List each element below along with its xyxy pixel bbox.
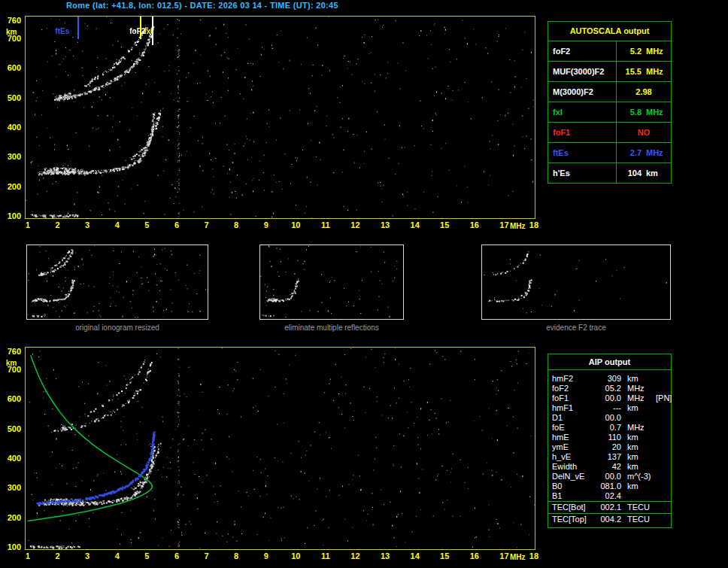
ionogram-plot-top: [25, 16, 535, 219]
aip-row-label: h_vE: [552, 452, 596, 462]
aip-row: ymE20km: [548, 442, 671, 452]
x-axis-label: 8: [229, 551, 244, 560]
aip-row-label: ymE: [552, 442, 596, 452]
aip-row-note: [PN]: [656, 393, 674, 403]
aip-row-label: Ewidth: [552, 462, 596, 472]
aip-row: hmF1---km: [548, 403, 671, 413]
aip-row-unit: MHz: [621, 393, 656, 403]
aip-row-label: DelN_vE: [552, 472, 596, 481]
y-axis-label: 600: [2, 63, 21, 72]
autoscala-row-value: 2.98: [617, 82, 671, 102]
aip-row: B102.4: [548, 491, 671, 501]
aip-row-note: [656, 502, 671, 513]
aip-row-label: TEC[Bot]: [552, 502, 596, 513]
ionogram-plot-bottom: [25, 347, 535, 550]
x-axis-label: 16: [467, 551, 482, 560]
aip-row-note: [656, 413, 671, 423]
aip-row-label: foF1: [552, 393, 596, 403]
aip-row-value: 05.2: [596, 384, 621, 393]
aip-output-table: AIP outputhmF2309kmfoF205.2MHzfoF100.0MH…: [548, 354, 672, 528]
aip-row-label: hmF2: [552, 374, 596, 384]
autoscala-row-value: NO: [617, 123, 671, 142]
page-title: Rome (lat: +41.8, lon: 012.5) - DATE: 20…: [66, 1, 338, 10]
x-axis-label: 14: [408, 551, 423, 560]
x-axis-label: 12: [347, 551, 362, 560]
autoscala-value-number: 2.7: [617, 143, 642, 163]
aip-row-label: hmF1: [552, 403, 596, 413]
thumbnail-filtered-canvas: [260, 245, 402, 317]
x-axis-label: 11: [318, 551, 333, 560]
aip-row-label: foE: [552, 423, 596, 433]
aip-row-label: hmE: [552, 433, 596, 442]
x-axis-label: 9: [259, 551, 274, 560]
y-axis-label: 200: [2, 182, 21, 191]
aip-row-value: 137: [596, 452, 621, 462]
aip-row: hmE110km: [548, 433, 671, 442]
x-axis-label: 2: [50, 551, 65, 560]
aip-row-note: [656, 481, 671, 491]
x-axis-label: 7: [199, 551, 214, 560]
autoscala-row-label: foF1: [548, 123, 617, 142]
y-axis-label: 500: [2, 424, 21, 433]
autoscala-row: M(3000)F22.98: [548, 82, 671, 102]
x-axis-label: 4: [110, 551, 125, 560]
x-axis-label: 1: [20, 551, 35, 560]
aip-row-label: TEC[Top]: [552, 514, 596, 525]
aip-row-value: 002.1: [596, 502, 621, 513]
autoscala-row-value: 2.7MHz: [617, 143, 671, 163]
autoscala-row-value: 5.8MHz: [617, 102, 671, 122]
x-axis-label: 9: [259, 220, 274, 229]
foF2-marker-label: foF2: [129, 27, 145, 35]
aip-row-unit: [621, 491, 656, 501]
x-axis-label: 7: [199, 220, 214, 229]
ftEs-marker-label: ftEs: [55, 27, 69, 35]
aip-row: TEC[Top]004.2TECU: [548, 513, 671, 525]
x-axis-label: 11: [318, 220, 333, 229]
autoscala-row: MUF(3000)F215.5MHz: [548, 62, 671, 82]
aip-row-label: B1: [552, 491, 596, 501]
x-axis-label: 10: [288, 220, 303, 229]
x-axis-label: 6: [169, 220, 184, 229]
autoscala-output-table: AUTOSCALA outputfoF25.2MHzMUF(3000)F215.…: [548, 21, 672, 184]
aip-row-value: 0.7: [596, 423, 621, 433]
aip-row-value: ---: [596, 403, 621, 413]
autoscala-row-value: 15.5MHz: [617, 62, 671, 81]
x-axis-label: 15: [437, 551, 452, 560]
aip-row-note: [656, 514, 671, 525]
autoscala-row-value: 104km: [617, 163, 671, 183]
autoscala-row: foF1NO: [548, 123, 671, 143]
aip-row-note: [656, 423, 671, 433]
autoscala-row: foF25.2MHz: [548, 41, 671, 62]
x-axis-label: 13: [378, 551, 393, 560]
autoscala-value-number: 2.98: [617, 82, 671, 102]
x-axis-unit: MHz: [510, 222, 526, 230]
aip-row: foF100.0MHz[PN]: [548, 393, 671, 403]
y-axis-label: 300: [2, 152, 21, 161]
aip-row-unit: km: [621, 481, 656, 491]
aip-row-value: 02.4: [596, 491, 621, 501]
aip-row-value: 00.0: [596, 413, 621, 423]
aip-row-unit: km: [621, 433, 656, 442]
autoscala-value-number: NO: [617, 123, 671, 142]
aip-row-note: [656, 403, 671, 413]
thumbnail-f2-trace: [481, 245, 671, 320]
aip-row-note: [656, 433, 671, 442]
y-axis-unit: km: [6, 359, 17, 367]
autoscala-title: AUTOSCALA output: [548, 22, 671, 41]
autoscala-row: ftEs2.7MHz: [548, 143, 671, 163]
aip-row-value: 00.0: [596, 393, 621, 403]
aip-row-value: 004.2: [596, 514, 621, 525]
y-axis-label: 500: [2, 93, 21, 102]
aip-row: TEC[Bot]002.1TECU: [548, 501, 671, 513]
aip-row-note: [656, 491, 671, 501]
x-axis-label: 14: [408, 220, 423, 229]
x-axis-label: 5: [139, 220, 154, 229]
aip-row-value: 110: [596, 433, 621, 442]
autoscala-row-label: foF2: [548, 41, 617, 61]
thumbnail-caption-f2: evidence F2 trace: [481, 323, 671, 332]
thumbnail-original-canvas: [27, 245, 206, 317]
x-axis-label: 16: [467, 220, 482, 229]
autoscala-value-unit: km: [642, 163, 671, 183]
thumbnail-caption-filtered: eliminate multiple reflections: [259, 323, 404, 332]
aip-row-unit: [621, 413, 656, 423]
